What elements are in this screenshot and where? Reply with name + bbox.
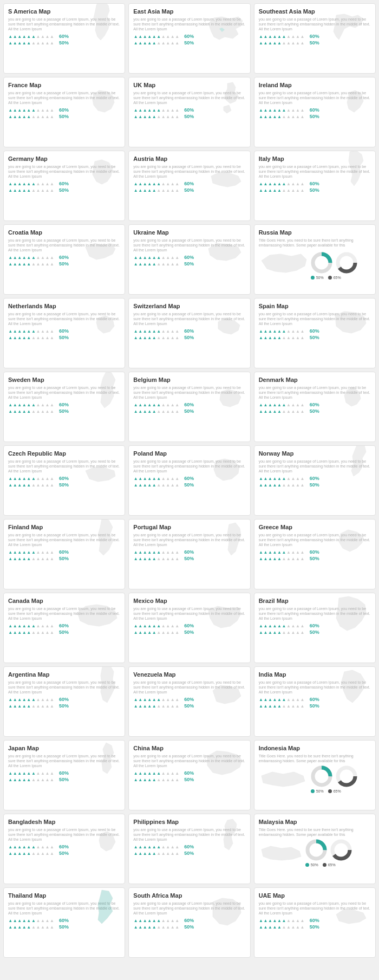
stat-percentage: 60% bbox=[184, 697, 194, 702]
person-icon: ▲ bbox=[291, 329, 296, 334]
person-icon: ▲ bbox=[138, 630, 142, 635]
person-icon: ▲ bbox=[143, 114, 147, 119]
person-icon: ▲ bbox=[41, 409, 45, 414]
person-icon: ▲ bbox=[259, 114, 263, 119]
person-icon: ▲ bbox=[134, 918, 138, 923]
person-icon: ▲ bbox=[300, 483, 305, 488]
person-icon: ▲ bbox=[277, 329, 282, 334]
map-image bbox=[347, 445, 369, 486]
person-icon: ▲ bbox=[138, 476, 142, 481]
person-icon: ▲ bbox=[45, 556, 49, 561]
person-icon: ▲ bbox=[263, 697, 267, 702]
person-icon: ▲ bbox=[22, 476, 27, 481]
person-icon: ▲ bbox=[175, 624, 179, 628]
person-icon: ▲ bbox=[161, 34, 166, 39]
person-icon: ▲ bbox=[273, 556, 277, 561]
person-icon: ▲ bbox=[171, 851, 175, 856]
person-icon: ▲ bbox=[50, 630, 54, 635]
person-icon: ▲ bbox=[50, 556, 54, 561]
person-icon: ▲ bbox=[277, 550, 282, 555]
person-icon: ▲ bbox=[286, 925, 291, 930]
person-icon: ▲ bbox=[8, 188, 12, 193]
person-icon: ▲ bbox=[166, 925, 170, 930]
card-austria: Austria Map you are going to use a passa… bbox=[128, 151, 250, 221]
stat-percentage: 50% bbox=[310, 187, 319, 193]
person-icon: ▲ bbox=[286, 476, 291, 481]
person-icon: ▲ bbox=[8, 704, 12, 709]
person-icon: ▲ bbox=[22, 108, 27, 113]
stat-percentage: 60% bbox=[310, 623, 319, 628]
stat-percentage: 50% bbox=[59, 40, 69, 46]
person-icon: ▲ bbox=[41, 918, 45, 923]
person-icon: ▲ bbox=[147, 550, 152, 555]
person-icon: ▲ bbox=[291, 925, 296, 930]
person-icon: ▲ bbox=[300, 329, 305, 334]
person-icon: ▲ bbox=[156, 255, 161, 260]
card-ukraine: Ukraine Map you are going to use a passa… bbox=[128, 224, 250, 295]
person-icon: ▲ bbox=[147, 556, 152, 561]
person-icon: ▲ bbox=[277, 335, 282, 340]
person-icon: ▲ bbox=[143, 624, 147, 628]
person-icon: ▲ bbox=[268, 925, 272, 930]
person-icon: ▲ bbox=[134, 777, 138, 782]
person-icon: ▲ bbox=[171, 624, 175, 628]
person-icon: ▲ bbox=[166, 476, 170, 481]
person-icon: ▲ bbox=[138, 335, 142, 340]
person-icon: ▲ bbox=[273, 476, 277, 481]
person-icon: ▲ bbox=[268, 624, 272, 628]
person-icon: ▲ bbox=[22, 329, 27, 334]
stat-percentage: 50% bbox=[184, 261, 194, 267]
person-icon: ▲ bbox=[41, 476, 45, 481]
stat-percentage: 50% bbox=[184, 408, 194, 414]
person-icon: ▲ bbox=[13, 925, 17, 930]
person-icon: ▲ bbox=[138, 845, 142, 849]
person-icon: ▲ bbox=[277, 41, 282, 46]
person-icon: ▲ bbox=[286, 34, 291, 39]
person-icon: ▲ bbox=[277, 925, 282, 930]
person-icon: ▲ bbox=[259, 108, 263, 113]
person-icon: ▲ bbox=[45, 704, 49, 709]
person-icon: ▲ bbox=[138, 851, 142, 856]
person-icon: ▲ bbox=[138, 108, 142, 113]
map-image bbox=[208, 894, 244, 929]
person-icon: ▲ bbox=[291, 34, 296, 39]
person-icon: ▲ bbox=[152, 108, 156, 113]
map-image bbox=[86, 3, 118, 44]
person-icon: ▲ bbox=[300, 114, 305, 119]
map-image bbox=[208, 168, 244, 192]
person-icon: ▲ bbox=[268, 114, 272, 119]
person-icon: ▲ bbox=[171, 403, 175, 407]
person-icon: ▲ bbox=[45, 483, 49, 488]
legend-item: 65% bbox=[328, 276, 341, 280]
person-icon: ▲ bbox=[259, 409, 263, 414]
donut-area: 50% 65% bbox=[259, 250, 371, 282]
person-icon: ▲ bbox=[27, 925, 31, 930]
person-icon: ▲ bbox=[45, 697, 49, 702]
person-icon: ▲ bbox=[171, 335, 175, 340]
person-icon: ▲ bbox=[175, 335, 179, 340]
card-mexico: Mexico Map you are going to use a passag… bbox=[128, 593, 250, 663]
person-icon: ▲ bbox=[273, 697, 277, 702]
stat-percentage: 60% bbox=[310, 549, 319, 555]
card-east-asia: East Asia Map you are going to use a pas… bbox=[128, 3, 250, 74]
legend-label: 50% bbox=[316, 276, 324, 280]
person-icon: ▲ bbox=[147, 108, 152, 113]
person-icon: ▲ bbox=[296, 114, 300, 119]
person-icon: ▲ bbox=[259, 925, 263, 930]
person-icon: ▲ bbox=[171, 255, 175, 260]
person-icon: ▲ bbox=[282, 918, 286, 923]
person-icon: ▲ bbox=[17, 630, 22, 635]
person-icon: ▲ bbox=[156, 771, 161, 776]
card-title: Malaysia Map bbox=[259, 819, 371, 826]
person-icon: ▲ bbox=[147, 483, 152, 488]
card-netherlands: Netherlands Map you are going to use a p… bbox=[3, 298, 125, 368]
person-icon: ▲ bbox=[152, 476, 156, 481]
person-icon: ▲ bbox=[8, 181, 12, 186]
person-icon: ▲ bbox=[138, 188, 142, 193]
person-icon: ▲ bbox=[161, 845, 166, 849]
person-icon: ▲ bbox=[156, 262, 161, 267]
person-icon: ▲ bbox=[147, 335, 152, 340]
person-icon: ▲ bbox=[263, 403, 267, 407]
stat-percentage: 60% bbox=[59, 107, 69, 113]
person-icon: ▲ bbox=[45, 925, 49, 930]
